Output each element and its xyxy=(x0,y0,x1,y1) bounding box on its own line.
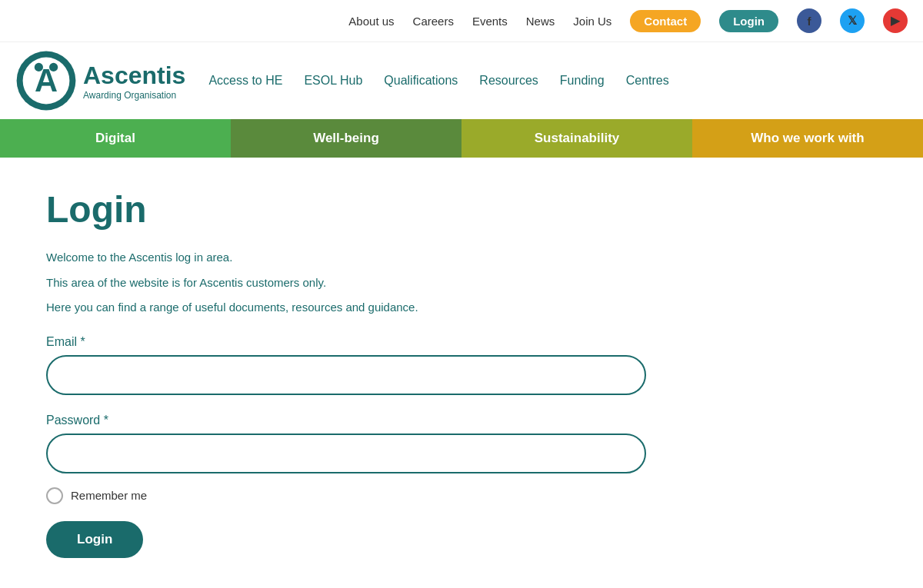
banner-digital[interactable]: Digital xyxy=(0,119,231,158)
logo-text: Ascentis Awarding Organisation xyxy=(83,61,185,101)
top-nav: About us Careers Events News Join Us Con… xyxy=(0,0,923,42)
nav-qualifications[interactable]: Qualifications xyxy=(384,74,458,88)
twitter-icon[interactable]: 𝕏 xyxy=(840,8,865,33)
logo-svg: A xyxy=(15,50,77,111)
nav-about-us[interactable]: About us xyxy=(348,15,394,28)
banner-wellbeing[interactable]: Well-being xyxy=(231,119,462,158)
logo[interactable]: A Ascentis Awarding Organisation xyxy=(15,50,185,111)
password-input[interactable] xyxy=(46,434,646,473)
contact-button[interactable]: Contact xyxy=(630,10,701,32)
login-button-top[interactable]: Login xyxy=(719,10,778,32)
remember-row: Remember me xyxy=(46,487,646,504)
extra-social-icon[interactable]: ▶ xyxy=(883,8,908,33)
email-label: Email * xyxy=(46,335,646,349)
desc-3: Here you can find a range of useful docu… xyxy=(46,299,646,317)
nav-events[interactable]: Events xyxy=(472,15,508,28)
main-nav: Access to HE ESOL Hub Qualifications Res… xyxy=(208,74,668,88)
header: A Ascentis Awarding Organisation Access … xyxy=(0,42,923,119)
nav-access-to-he[interactable]: Access to HE xyxy=(208,74,282,88)
banner-bar: Digital Well-being Sustainability Who we… xyxy=(0,119,923,158)
password-group: Password * xyxy=(46,414,646,473)
svg-point-3 xyxy=(35,63,43,71)
desc-1: Welcome to the Ascentis log in area. xyxy=(46,249,646,267)
page-title: Login xyxy=(46,188,646,231)
nav-esol-hub[interactable]: ESOL Hub xyxy=(304,74,362,88)
password-label: Password * xyxy=(46,414,646,427)
remember-checkbox[interactable] xyxy=(46,487,63,504)
svg-point-5 xyxy=(43,59,49,65)
facebook-icon[interactable]: f xyxy=(797,8,821,33)
main-content: Login Welcome to the Ascentis log in are… xyxy=(0,158,692,588)
email-input[interactable] xyxy=(46,355,646,395)
banner-who-we-work-with[interactable]: Who we work with xyxy=(692,119,923,158)
nav-resources[interactable]: Resources xyxy=(479,74,538,88)
remember-label: Remember me xyxy=(71,489,147,502)
nav-careers[interactable]: Careers xyxy=(413,15,454,28)
nav-join-us[interactable]: Join Us xyxy=(573,15,611,28)
nav-funding[interactable]: Funding xyxy=(560,74,605,88)
nav-centres[interactable]: Centres xyxy=(626,74,669,88)
nav-news[interactable]: News xyxy=(526,15,555,28)
banner-sustainability[interactable]: Sustainability xyxy=(462,119,692,158)
desc-2: This area of the website is for Ascentis… xyxy=(46,274,646,292)
svg-point-4 xyxy=(49,63,58,71)
login-submit-button[interactable]: Login xyxy=(46,521,143,558)
email-group: Email * xyxy=(46,335,646,395)
